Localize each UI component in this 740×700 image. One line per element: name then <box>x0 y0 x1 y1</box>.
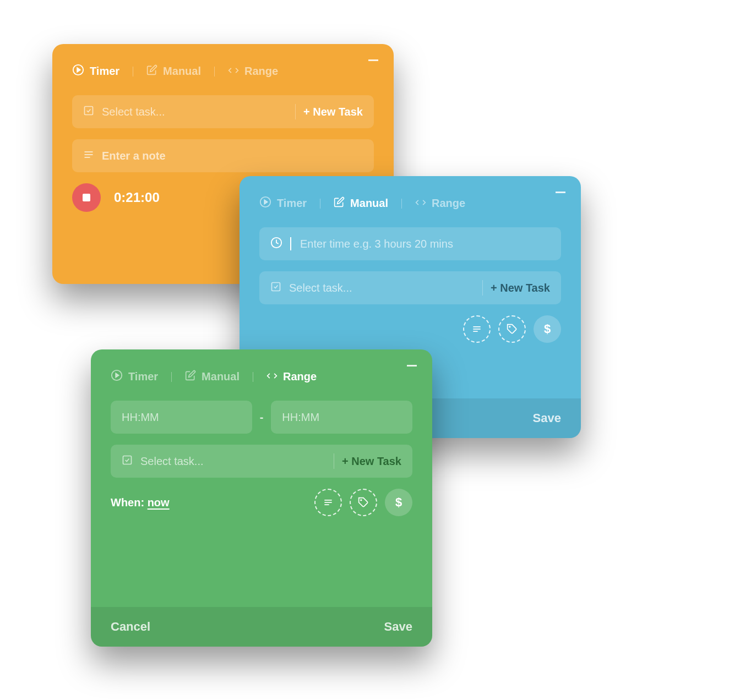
tab-label: Manual <box>163 65 201 78</box>
check-square-icon <box>270 281 281 294</box>
tab-label: Manual <box>202 370 240 383</box>
notes-option-button[interactable] <box>314 489 342 516</box>
billable-option-button[interactable]: $ <box>385 489 412 516</box>
tags-option-button[interactable] <box>350 489 377 516</box>
tab-range[interactable]: Range <box>228 65 278 78</box>
card-actions: Cancel Save <box>91 607 432 647</box>
timer-display: 0:21:00 <box>114 190 160 205</box>
select-task-placeholder: Select task... <box>289 282 475 294</box>
select-task-placeholder: Select task... <box>140 455 326 468</box>
tab-divider <box>133 67 133 76</box>
tab-timer[interactable]: Timer <box>259 196 307 211</box>
tab-label: Range <box>432 197 465 210</box>
tab-timer[interactable]: Timer <box>72 64 119 79</box>
time-range-row: HH:MM - HH:MM <box>111 401 412 434</box>
when-selector[interactable]: When: now <box>111 496 170 509</box>
field-divider <box>482 280 483 296</box>
list-icon <box>83 149 94 162</box>
tab-timer[interactable]: Timer <box>111 369 158 384</box>
edit-icon <box>146 64 157 78</box>
option-buttons: $ <box>463 315 561 343</box>
minimize-button[interactable] <box>556 192 565 193</box>
when-label: When: <box>111 496 148 508</box>
start-time-input[interactable]: HH:MM <box>111 401 252 434</box>
save-button[interactable]: Save <box>533 411 561 425</box>
dollar-icon: $ <box>395 495 402 510</box>
svg-marker-1 <box>77 68 80 72</box>
tab-divider <box>171 372 172 382</box>
when-value: now <box>148 496 170 508</box>
mode-tabs: Timer Manual Range <box>259 196 561 211</box>
select-task-placeholder: Select task... <box>102 106 287 118</box>
tab-label: Range <box>283 370 317 383</box>
notes-option-button[interactable] <box>463 315 491 343</box>
field-divider <box>295 104 296 119</box>
mode-tabs: Timer Manual Range <box>72 64 374 79</box>
new-task-button[interactable]: + New Task <box>303 106 363 118</box>
svg-point-20 <box>361 500 362 501</box>
play-circle-icon <box>259 196 271 211</box>
new-task-button[interactable]: + New Task <box>342 455 401 468</box>
tab-manual[interactable]: Manual <box>146 64 201 78</box>
note-input[interactable] <box>102 150 363 162</box>
note-field[interactable] <box>72 139 374 172</box>
minimize-button[interactable] <box>368 59 378 61</box>
play-circle-icon <box>72 64 84 79</box>
svg-marker-15 <box>116 373 119 377</box>
tab-label: Timer <box>128 370 158 383</box>
select-task-field[interactable]: Select task... + New Task <box>111 445 412 478</box>
options-row: When: now $ <box>111 489 412 516</box>
svg-rect-9 <box>272 283 280 291</box>
edit-icon <box>185 370 196 384</box>
minimize-button[interactable] <box>407 365 417 367</box>
range-arrows-icon <box>415 197 426 210</box>
check-square-icon <box>122 455 133 468</box>
tab-divider <box>253 372 253 382</box>
edit-icon <box>334 196 345 210</box>
billable-option-button[interactable]: $ <box>534 315 561 343</box>
field-divider <box>334 453 334 469</box>
tab-divider <box>320 199 320 209</box>
tab-label: Manual <box>350 197 388 210</box>
mode-tabs: Timer Manual Range <box>111 369 412 384</box>
play-circle-icon <box>111 369 123 384</box>
text-cursor <box>290 237 291 250</box>
end-time-placeholder: HH:MM <box>282 411 319 424</box>
svg-rect-16 <box>123 456 132 464</box>
range-card: Timer Manual Range HH:MM - HH:MM Sel <box>91 349 432 647</box>
tab-range[interactable]: Range <box>415 197 465 210</box>
save-button[interactable]: Save <box>384 620 412 634</box>
tab-divider <box>214 67 215 76</box>
time-field[interactable]: Enter time e.g. 3 hours 20 mins <box>259 227 561 260</box>
options-row: $ <box>259 315 561 343</box>
stop-icon <box>83 194 90 201</box>
cancel-button[interactable]: Cancel <box>111 620 150 634</box>
range-arrows-icon <box>228 65 239 78</box>
range-arrows-icon <box>266 370 278 383</box>
dollar-icon: $ <box>544 322 551 336</box>
check-square-icon <box>83 105 94 118</box>
clock-icon <box>270 237 282 251</box>
tab-manual[interactable]: Manual <box>185 370 240 384</box>
tags-option-button[interactable] <box>498 315 526 343</box>
stop-record-button[interactable] <box>72 183 101 212</box>
option-buttons: $ <box>314 489 412 516</box>
svg-rect-2 <box>85 107 93 115</box>
svg-marker-7 <box>264 200 268 204</box>
select-task-field[interactable]: Select task... + New Task <box>72 95 374 128</box>
new-task-button[interactable]: + New Task <box>491 282 550 294</box>
tab-range[interactable]: Range <box>266 370 317 383</box>
time-placeholder: Enter time e.g. 3 hours 20 mins <box>300 238 550 250</box>
tab-manual[interactable]: Manual <box>334 196 388 210</box>
range-separator: - <box>260 411 264 424</box>
start-time-placeholder: HH:MM <box>122 411 159 424</box>
svg-point-13 <box>509 326 510 327</box>
tab-label: Range <box>244 65 278 78</box>
select-task-field[interactable]: Select task... + New Task <box>259 271 561 304</box>
tab-label: Timer <box>277 197 307 210</box>
tab-divider <box>401 199 402 209</box>
tab-label: Timer <box>90 65 119 78</box>
end-time-input[interactable]: HH:MM <box>271 401 412 434</box>
